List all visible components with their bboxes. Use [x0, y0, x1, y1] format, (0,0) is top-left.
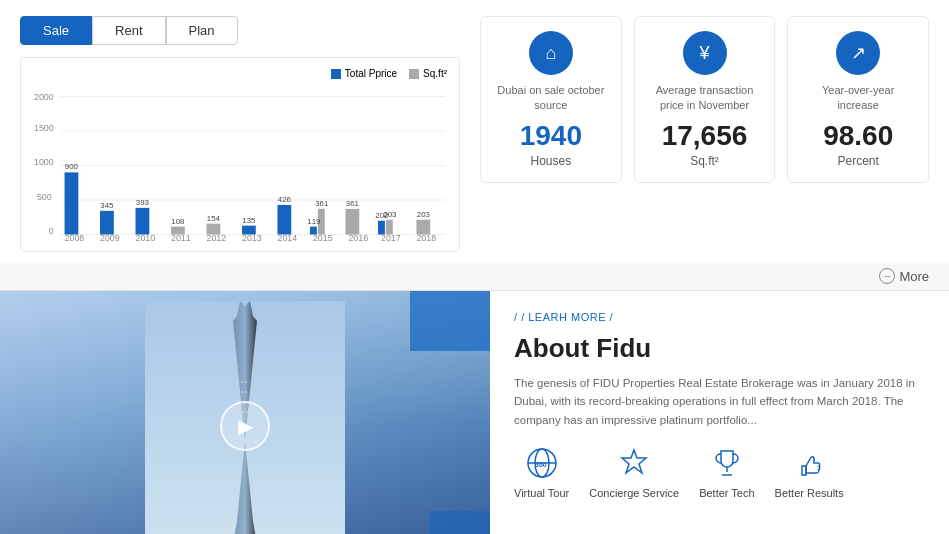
- svg-rect-10: [65, 172, 79, 234]
- stat-unit-sqft: Sq.ft²: [690, 154, 719, 168]
- about-description: The genesis of FIDU Properties Real Esta…: [514, 374, 925, 429]
- svg-text:2012: 2012: [206, 233, 226, 243]
- bar-chart: 0 500 1000 1500 2000 900: [33, 85, 447, 245]
- svg-marker-69: [622, 450, 646, 473]
- stat-desc-sqft: Average transaction price in November: [647, 83, 763, 114]
- stat-value-yoy: 98.60: [823, 120, 893, 152]
- virtual-tour-icon[interactable]: 360: [524, 445, 560, 481]
- svg-rect-28: [345, 209, 359, 235]
- trend-icon: ↗: [836, 31, 880, 75]
- svg-rect-22: [277, 205, 291, 235]
- stat-card-sqft: ¥ Average transaction price in November …: [634, 16, 776, 183]
- stat-desc-yoy: Year-over-year increase: [800, 83, 916, 114]
- play-button[interactable]: ▶: [220, 401, 270, 451]
- svg-text:154: 154: [207, 214, 221, 223]
- features-row: 360 Virtual Tour Concierge Service: [514, 445, 925, 499]
- svg-text:900: 900: [65, 162, 79, 171]
- svg-rect-52: [245, 391, 247, 393]
- house-icon: ⌂: [529, 31, 573, 75]
- stat-card-houses: ⌂ Dubai on sale october source 1940 Hous…: [480, 16, 622, 183]
- svg-rect-12: [100, 211, 114, 235]
- feature-label-better-results: Better Results: [775, 487, 844, 499]
- tab-plan[interactable]: Plan: [166, 16, 238, 45]
- svg-rect-50: [245, 381, 247, 383]
- about-title: About Fidu: [514, 333, 925, 364]
- svg-rect-34: [416, 220, 430, 235]
- stat-value-sqft: 17,656: [662, 120, 748, 152]
- svg-text:360: 360: [535, 461, 547, 468]
- legend-label-gray: Sq.ft²: [423, 68, 447, 79]
- stat-unit-yoy: Percent: [838, 154, 879, 168]
- tab-rent[interactable]: Rent: [92, 16, 165, 45]
- legend-color-blue: [331, 69, 341, 79]
- svg-text:203: 203: [417, 210, 431, 219]
- feature-virtual-tour: 360 Virtual Tour: [514, 445, 569, 499]
- more-row: − More: [0, 262, 949, 291]
- svg-text:135: 135: [242, 216, 256, 225]
- chart-svg: 0 500 1000 1500 2000 900: [33, 85, 447, 245]
- bottom-section: ▶ / / LEARH MORE / About Fidu The genesi…: [0, 291, 949, 534]
- svg-rect-49: [241, 381, 243, 383]
- svg-text:108: 108: [171, 217, 185, 226]
- legend-sqft: Sq.ft²: [409, 68, 447, 79]
- top-section: Sale Rent Plan Total Pprice Sq.ft² 0 50: [0, 0, 949, 262]
- stat-card-yoy: ↗ Year-over-year increase 98.60 Percent: [787, 16, 929, 183]
- svg-text:2008: 2008: [65, 233, 85, 243]
- svg-text:2018: 2018: [416, 233, 436, 243]
- building-image: ▶: [0, 291, 490, 534]
- legend-total-price: Total Pprice: [331, 68, 397, 79]
- svg-rect-31: [386, 220, 393, 235]
- feature-better-tech: Better Tech: [699, 445, 754, 499]
- svg-text:2011: 2011: [171, 233, 191, 243]
- blue-accent-bottom: [430, 511, 490, 534]
- svg-text:2016: 2016: [348, 233, 368, 243]
- stat-desc-houses: Dubai on sale october source: [493, 83, 609, 114]
- more-button[interactable]: − More: [879, 268, 929, 284]
- svg-text:2010: 2010: [136, 233, 156, 243]
- svg-text:2013: 2013: [242, 233, 262, 243]
- stat-unit-houses: Houses: [530, 154, 571, 168]
- tab-group: Sale Rent Plan: [20, 16, 460, 45]
- thumbsup-icon: [791, 445, 827, 481]
- svg-text:1000: 1000: [34, 157, 54, 167]
- svg-text:500: 500: [37, 192, 52, 202]
- feature-concierge: Concierge Service: [589, 445, 679, 499]
- learn-more-text[interactable]: / LEARH MORE /: [521, 311, 613, 323]
- chart-panel: Sale Rent Plan Total Pprice Sq.ft² 0 50: [20, 16, 460, 252]
- stat-value-houses: 1940: [520, 120, 582, 152]
- more-circle-icon: −: [879, 268, 895, 284]
- svg-text:426: 426: [278, 195, 292, 204]
- bar-chart-container: Total Pprice Sq.ft² 0 500 1000 1500 2000: [20, 57, 460, 252]
- feature-better-results: Better Results: [775, 445, 844, 499]
- tab-sale[interactable]: Sale: [20, 16, 92, 45]
- feature-label-better-tech: Better Tech: [699, 487, 754, 499]
- stats-area: ⌂ Dubai on sale october source 1940 Hous…: [480, 16, 929, 183]
- svg-text:361: 361: [315, 199, 328, 208]
- svg-rect-14: [136, 208, 150, 235]
- trophy-icon: [709, 445, 745, 481]
- chart-legend: Total Pprice Sq.ft²: [33, 68, 447, 79]
- feature-label-virtual-tour: Virtual Tour: [514, 487, 569, 499]
- svg-text:119: 119: [307, 217, 320, 226]
- about-section: / / LEARH MORE / About Fidu The genesis …: [490, 291, 949, 534]
- svg-text:2017: 2017: [381, 233, 401, 243]
- legend-label-blue: Total Pprice: [345, 68, 397, 79]
- blue-accent-top: [410, 291, 490, 351]
- svg-text:345: 345: [100, 201, 114, 210]
- svg-text:2009: 2009: [100, 233, 120, 243]
- svg-text:2014: 2014: [277, 233, 297, 243]
- svg-text:393: 393: [136, 198, 150, 207]
- svg-rect-51: [241, 391, 243, 393]
- svg-text:203: 203: [383, 210, 397, 219]
- svg-text:2015: 2015: [313, 233, 333, 243]
- concierge-icon: [616, 445, 652, 481]
- svg-text:361: 361: [346, 199, 359, 208]
- svg-text:0: 0: [49, 226, 54, 236]
- more-label: More: [899, 269, 929, 284]
- svg-text:1500: 1500: [34, 123, 54, 133]
- feature-label-concierge: Concierge Service: [589, 487, 679, 499]
- learn-more-tag: / / LEARH MORE /: [514, 311, 925, 323]
- legend-color-gray: [409, 69, 419, 79]
- yen-icon: ¥: [683, 31, 727, 75]
- svg-text:2000: 2000: [34, 92, 54, 102]
